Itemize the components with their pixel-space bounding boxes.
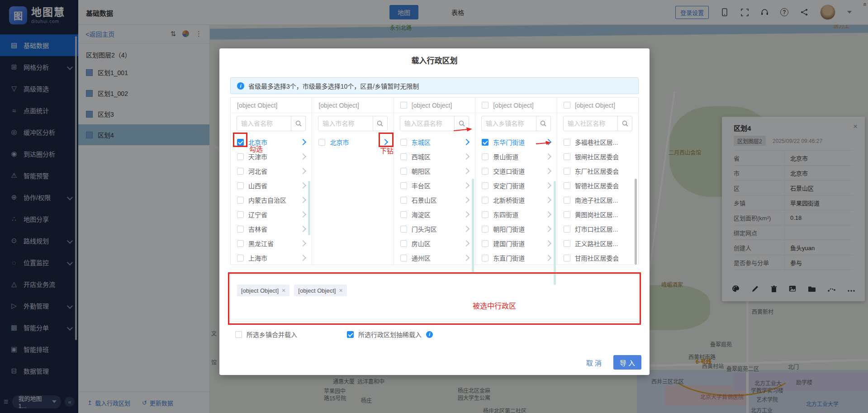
simplify-checkbox[interactable] (347, 331, 354, 338)
chevron-right-icon[interactable] (300, 240, 306, 247)
cancel-button[interactable]: 取 消 (586, 358, 602, 367)
chevron-right-icon[interactable] (463, 240, 470, 247)
merge-towns-checkbox[interactable] (235, 331, 242, 338)
region-item[interactable]: 黄图岗社区居... (557, 207, 638, 222)
region-item[interactable]: 灯市口社区居... (557, 222, 638, 236)
chevron-right-icon[interactable] (300, 255, 306, 261)
chevron-right-icon[interactable] (545, 168, 551, 174)
item-checkbox[interactable] (482, 197, 489, 204)
region-item[interactable]: 山西省 (231, 178, 312, 193)
chevron-right-icon[interactable] (463, 197, 470, 203)
region-item[interactable]: 门头沟区 (394, 222, 475, 236)
item-checkbox[interactable] (564, 182, 570, 189)
item-checkbox[interactable] (237, 240, 244, 247)
item-checkbox[interactable] (564, 197, 570, 204)
chevron-right-icon[interactable] (300, 226, 306, 232)
region-item[interactable]: 天津市 (231, 149, 312, 164)
item-checkbox[interactable] (400, 182, 407, 189)
item-checkbox[interactable] (400, 255, 407, 261)
item-checkbox[interactable] (482, 255, 489, 261)
region-item[interactable]: 建国门街道 (475, 236, 556, 251)
info-icon[interactable]: i (426, 331, 433, 338)
region-item[interactable]: 东厂社区居委会 (557, 164, 638, 178)
item-checkbox[interactable] (564, 211, 570, 218)
chevron-right-icon[interactable] (300, 197, 306, 203)
item-checkbox[interactable] (237, 255, 244, 261)
item-checkbox[interactable] (564, 139, 570, 146)
region-item[interactable]: 上海市 (231, 251, 312, 265)
chevron-right-icon[interactable] (545, 226, 551, 232)
region-item[interactable]: 银闸社区居委会 (557, 149, 638, 164)
item-checkbox[interactable] (237, 226, 244, 233)
item-checkbox[interactable] (564, 226, 570, 233)
chevron-right-icon[interactable] (463, 153, 470, 160)
region-item[interactable]: 甘雨社区居委会 (557, 251, 638, 265)
search-icon[interactable] (617, 116, 632, 131)
item-checkbox[interactable] (482, 182, 489, 189)
item-checkbox[interactable] (400, 211, 407, 218)
region-item[interactable]: 智德社区居委会 (557, 178, 638, 193)
region-item[interactable]: 东直门街道 (475, 251, 556, 265)
region-item[interactable]: 房山区 (394, 236, 475, 251)
item-checkbox[interactable] (482, 153, 489, 160)
item-checkbox[interactable] (400, 197, 407, 204)
search-input[interactable] (318, 116, 372, 131)
search-input[interactable] (564, 116, 617, 131)
item-checkbox[interactable] (564, 240, 570, 247)
region-item[interactable]: 河北省 (231, 164, 312, 178)
chevron-right-icon[interactable] (463, 182, 470, 189)
search-icon[interactable] (291, 116, 305, 131)
item-checkbox[interactable] (400, 168, 407, 175)
chevron-right-icon[interactable] (463, 168, 470, 174)
item-checkbox[interactable] (237, 197, 244, 204)
region-item[interactable]: 交道口街道 (475, 164, 556, 178)
scrollbar[interactable] (472, 179, 474, 274)
chevron-right-icon[interactable] (300, 211, 306, 218)
region-item[interactable]: 朝阳门街道 (475, 222, 556, 236)
region-item[interactable]: 吉林省 (231, 222, 312, 236)
search-input[interactable] (400, 116, 454, 131)
region-item[interactable]: 石景山区 (394, 193, 475, 207)
chevron-right-icon[interactable] (545, 197, 551, 203)
item-checkbox[interactable] (237, 182, 244, 189)
region-item[interactable]: 西城区 (394, 149, 475, 164)
chevron-right-icon[interactable] (463, 139, 470, 145)
region-item[interactable]: 南池子社区居... (557, 193, 638, 207)
item-checkbox[interactable] (400, 153, 407, 160)
search-icon[interactable] (536, 116, 550, 131)
item-checkbox[interactable] (318, 139, 325, 146)
search-icon[interactable] (373, 116, 387, 131)
scrollbar[interactable] (554, 181, 556, 285)
chevron-right-icon[interactable] (463, 255, 470, 261)
region-item[interactable]: 海淀区 (394, 207, 475, 222)
region-item[interactable]: 辽宁省 (231, 207, 312, 222)
item-checkbox[interactable] (564, 255, 570, 261)
item-checkbox[interactable] (482, 226, 489, 233)
import-button[interactable]: 导 入 (613, 355, 641, 370)
item-checkbox[interactable] (237, 168, 244, 175)
region-item[interactable]: 黑龙江省 (231, 236, 312, 251)
region-item[interactable]: 丰台区 (394, 178, 475, 193)
item-checkbox[interactable] (482, 168, 489, 175)
chevron-right-icon[interactable] (300, 168, 306, 174)
chevron-right-icon[interactable] (300, 153, 306, 160)
column-select-all-checkbox[interactable] (482, 102, 489, 109)
column-select-all-checkbox[interactable] (400, 102, 407, 109)
chevron-right-icon[interactable] (545, 182, 551, 189)
item-checkbox[interactable] (482, 211, 489, 218)
chevron-right-icon[interactable] (545, 255, 551, 261)
item-checkbox[interactable] (400, 139, 407, 146)
chevron-right-icon[interactable] (545, 153, 551, 160)
item-checkbox[interactable] (564, 153, 570, 160)
region-item[interactable]: 东城区 (394, 135, 475, 149)
search-input[interactable] (482, 116, 536, 131)
scrollbar[interactable] (635, 179, 637, 265)
region-item[interactable]: 景山街道 (475, 149, 556, 164)
item-checkbox[interactable] (400, 226, 407, 233)
chevron-right-icon[interactable] (545, 240, 551, 247)
region-item[interactable]: 东四街道 (475, 207, 556, 222)
item-checkbox[interactable] (482, 240, 489, 247)
region-item[interactable]: 多福巷社区居... (557, 135, 638, 149)
scrollbar[interactable] (308, 181, 310, 235)
chevron-right-icon[interactable] (300, 182, 306, 189)
